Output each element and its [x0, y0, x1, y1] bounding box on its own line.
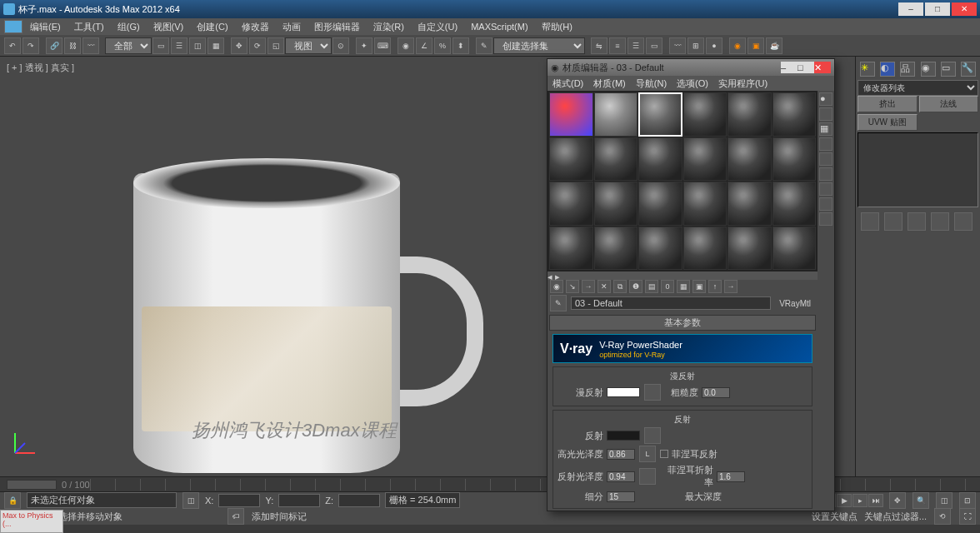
play-icon[interactable]: ▶ — [837, 494, 852, 507]
menu-tools[interactable]: 工具(T) — [68, 21, 111, 33]
sample-slot[interactable] — [772, 227, 817, 271]
close-button[interactable]: ✕ — [952, 2, 977, 16]
orbit-icon[interactable]: ⟲ — [934, 508, 951, 525]
reset-map-icon[interactable]: ✕ — [598, 280, 611, 293]
menu-grapheditor[interactable]: 图形编辑器 — [308, 21, 367, 33]
sample-slot[interactable] — [638, 137, 682, 182]
fresnel-checkbox[interactable] — [660, 450, 668, 458]
reflect-color-swatch[interactable] — [607, 431, 640, 441]
keyfilter-button[interactable]: 关键点过滤器... — [864, 511, 927, 523]
sample-slot[interactable] — [772, 92, 817, 137]
sample-slot[interactable] — [549, 137, 593, 182]
next-frame-icon[interactable]: ▸ — [852, 494, 868, 507]
sample-slot[interactable] — [549, 92, 593, 137]
sample-slot[interactable] — [594, 137, 638, 182]
render-icon[interactable]: ☕ — [766, 37, 782, 54]
align-icon[interactable]: ≡ — [609, 37, 626, 54]
hilight-gloss-spinner[interactable] — [607, 449, 635, 460]
remove-modifier-icon[interactable] — [931, 212, 949, 231]
options-icon[interactable] — [819, 182, 832, 196]
modifier-stack[interactable] — [858, 132, 978, 207]
sample-slot-selected[interactable] — [638, 92, 682, 137]
pivot-icon[interactable]: ⊙ — [332, 37, 349, 54]
uvw-map-button[interactable]: UVW 贴图 — [858, 114, 918, 131]
subdiv-spinner[interactable] — [607, 491, 635, 502]
sample-slot[interactable] — [683, 92, 728, 137]
percent-snap-icon[interactable]: % — [434, 37, 451, 54]
pin-stack-icon[interactable] — [861, 212, 879, 231]
angle-snap-icon[interactable]: ∠ — [416, 37, 432, 54]
move-icon[interactable]: ✥ — [231, 37, 248, 54]
motion-tab-icon[interactable]: ◉ — [921, 62, 936, 77]
make-copy-icon[interactable]: ⧉ — [613, 280, 627, 293]
mateditor-titlebar[interactable]: ◉ 材质编辑器 - 03 - Default – □ ✕ — [548, 59, 834, 76]
keyboard-shortcut-icon[interactable]: ⌨ — [374, 37, 391, 54]
link-icon[interactable]: 🔗 — [46, 37, 62, 54]
me-menu-options[interactable]: 选项(O) — [672, 77, 713, 90]
layers-icon[interactable]: ☰ — [628, 37, 644, 54]
sample-slot[interactable] — [728, 137, 772, 182]
minimize-button[interactable]: – — [898, 2, 923, 16]
refl-gloss-spinner[interactable] — [607, 471, 635, 482]
menu-help[interactable]: 帮助(H) — [535, 21, 579, 33]
mtl-map-nav-icon[interactable] — [819, 212, 832, 226]
setkey-button[interactable]: 设置关键点 — [812, 511, 858, 523]
extrude-button[interactable]: 挤出 — [858, 96, 918, 112]
me-menu-navigate[interactable]: 导航(N) — [631, 77, 672, 90]
sample-slot[interactable] — [549, 182, 593, 226]
slot-scrollbar[interactable]: ◂ ▸ — [548, 271, 818, 280]
show-end-result-icon[interactable] — [884, 212, 902, 231]
named-selection-dropdown[interactable]: 创建选择集 — [493, 37, 585, 54]
me-menu-mode[interactable]: 模式(D) — [548, 77, 588, 90]
bind-space-warp-icon[interactable]: 〰 — [82, 37, 99, 54]
backlight-icon[interactable] — [819, 107, 832, 121]
schematic-icon[interactable]: ⊞ — [688, 37, 704, 54]
window-crossing-icon[interactable]: ▦ — [208, 37, 224, 54]
sample-slot[interactable] — [594, 92, 638, 137]
rotate-icon[interactable]: ⟳ — [249, 37, 266, 54]
material-type-button[interactable]: VRayMtl — [774, 299, 816, 308]
diffuse-color-swatch[interactable] — [607, 387, 640, 397]
put-to-lib-icon[interactable]: ▤ — [645, 280, 658, 293]
ribbon-icon[interactable]: ▭ — [646, 37, 662, 54]
sample-slot[interactable] — [683, 227, 728, 271]
refcoord-dropdown[interactable]: 视图 — [285, 37, 332, 54]
sample-slot[interactable] — [638, 182, 682, 226]
select-by-mat-icon[interactable] — [819, 197, 832, 211]
create-tab-icon[interactable]: ✳ — [860, 62, 875, 77]
modifier-list-dropdown[interactable]: 修改器列表 — [858, 80, 978, 96]
mateditor-close-button[interactable]: ✕ — [814, 62, 831, 73]
configure-sets-icon[interactable] — [954, 212, 972, 231]
matid-icon[interactable]: 0 — [661, 280, 674, 293]
undo-icon[interactable]: ↶ — [4, 37, 21, 54]
sample-slot[interactable] — [728, 92, 772, 137]
sample-slot[interactable] — [594, 182, 638, 226]
menu-render[interactable]: 渲染(R) — [367, 21, 411, 33]
time-slider-thumb[interactable] — [7, 480, 57, 490]
spinner-snap-icon[interactable]: ⬍ — [452, 37, 469, 54]
background-icon[interactable]: ▦ — [819, 122, 832, 136]
x-input[interactable] — [218, 494, 260, 507]
mateditor-maximize-button[interactable]: □ — [798, 62, 814, 73]
isolate-icon[interactable]: ◫ — [182, 492, 199, 509]
select-icon[interactable]: ▭ — [152, 37, 169, 54]
material-editor-icon[interactable]: ● — [706, 37, 722, 54]
display-tab-icon[interactable]: ▭ — [941, 62, 956, 77]
sample-uv-icon[interactable] — [819, 137, 832, 151]
fov-icon[interactable]: ◫ — [936, 492, 952, 509]
diffuse-map-button[interactable] — [644, 384, 661, 401]
z-input[interactable] — [338, 494, 380, 507]
go-forward-icon[interactable]: → — [724, 280, 738, 293]
snap-icon[interactable]: ◉ — [398, 37, 414, 54]
render-frame-icon[interactable]: ▣ — [748, 37, 764, 54]
utilities-tab-icon[interactable]: 🔧 — [961, 62, 976, 77]
sample-slot[interactable] — [772, 182, 817, 226]
video-color-icon[interactable] — [819, 152, 832, 166]
render-setup-icon[interactable]: ◉ — [729, 37, 746, 54]
scale-icon[interactable]: ◱ — [268, 37, 284, 54]
make-preview-icon[interactable] — [819, 167, 832, 181]
select-name-icon[interactable]: ☰ — [171, 37, 188, 54]
maxscript-listener[interactable]: Max to Physics (... — [0, 510, 63, 533]
redo-icon[interactable]: ↷ — [22, 37, 39, 54]
select-region-icon[interactable]: ◫ — [189, 37, 206, 54]
